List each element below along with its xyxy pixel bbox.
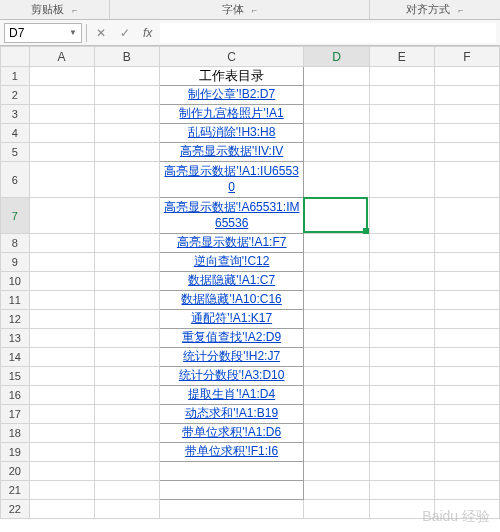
row-header[interactable]: 10 [1,272,30,291]
hyperlink-cell[interactable]: 统计分数段'!H2:J7 [159,348,304,367]
cell[interactable] [159,462,304,481]
cell[interactable] [94,67,159,86]
row-header[interactable]: 6 [1,162,30,198]
hyperlink-cell[interactable]: 高亮显示数据'!IV:IV [159,143,304,162]
cell[interactable] [369,462,434,481]
cell[interactable] [369,329,434,348]
row-header[interactable]: 15 [1,367,30,386]
cell[interactable] [29,424,94,443]
cell[interactable] [94,291,159,310]
hyperlink-cell[interactable]: 制作公章'!B2:D7 [159,86,304,105]
cell[interactable] [369,481,434,500]
row-header[interactable]: 18 [1,424,30,443]
cell[interactable] [434,424,499,443]
cell[interactable] [304,291,369,310]
cell[interactable] [434,253,499,272]
cell[interactable] [369,86,434,105]
cell[interactable] [304,329,369,348]
hyperlink-cell[interactable]: 数据隐藏'!A10:C16 [159,291,304,310]
hyperlink-cell[interactable]: 逆向查询'!C12 [159,253,304,272]
cell[interactable] [159,481,304,500]
cell[interactable] [29,272,94,291]
chevron-down-icon[interactable]: ▼ [69,28,77,37]
cell[interactable] [369,198,434,234]
cell[interactable] [304,86,369,105]
cell[interactable] [304,234,369,253]
cell[interactable] [304,143,369,162]
row-header[interactable]: 17 [1,405,30,424]
cell[interactable] [434,462,499,481]
row-header[interactable]: 7 [1,198,30,234]
row-header[interactable]: 16 [1,386,30,405]
cell[interactable] [94,348,159,367]
row-header[interactable]: 3 [1,105,30,124]
cell[interactable] [29,310,94,329]
cell[interactable] [94,124,159,143]
cell[interactable] [369,500,434,519]
cell[interactable] [369,234,434,253]
cell[interactable] [434,386,499,405]
row-header[interactable]: 22 [1,500,30,519]
hyperlink-cell[interactable]: 提取生肖'!A1:D4 [159,386,304,405]
cell[interactable] [29,253,94,272]
cell[interactable] [94,105,159,124]
hyperlink-cell[interactable]: 带单位求积'!A1:D6 [159,424,304,443]
cell[interactable] [304,162,369,198]
cell[interactable] [434,86,499,105]
cell[interactable] [434,291,499,310]
cell[interactable] [29,291,94,310]
cancel-button[interactable]: ✕ [91,23,111,43]
cell[interactable] [434,310,499,329]
cell[interactable] [304,405,369,424]
cell[interactable] [369,67,434,86]
col-header[interactable]: D [304,47,369,67]
cell[interactable] [434,105,499,124]
cell[interactable] [304,348,369,367]
cell[interactable] [434,143,499,162]
cell[interactable] [434,67,499,86]
cell[interactable] [434,500,499,519]
cell[interactable] [29,500,94,519]
cell[interactable] [369,143,434,162]
cell[interactable] [304,67,369,86]
cell[interactable] [94,143,159,162]
ribbon-group-font[interactable]: 字体 ⌐ [110,0,370,19]
cell[interactable] [29,67,94,86]
cell[interactable] [434,234,499,253]
row-header[interactable]: 12 [1,310,30,329]
cell[interactable] [304,253,369,272]
cell[interactable] [94,310,159,329]
cell[interactable] [29,462,94,481]
cell[interactable] [29,105,94,124]
cell[interactable] [94,198,159,234]
row-header[interactable]: 8 [1,234,30,253]
cell[interactable] [94,462,159,481]
cell[interactable] [434,124,499,143]
grid[interactable]: A B C D E F 1工作表目录2制作公章'!B2:D73制作九宫格照片'!… [0,46,500,519]
cell[interactable] [434,272,499,291]
cell[interactable] [94,424,159,443]
cell[interactable] [94,481,159,500]
cell[interactable] [304,310,369,329]
cell[interactable] [94,234,159,253]
row-header[interactable]: 9 [1,253,30,272]
cell[interactable] [94,253,159,272]
cell[interactable] [29,86,94,105]
row-header[interactable]: 19 [1,443,30,462]
cell[interactable] [369,105,434,124]
dialog-launcher-icon[interactable]: ⌐ [458,5,463,15]
col-header[interactable]: A [29,47,94,67]
col-header[interactable]: F [434,47,499,67]
cell[interactable] [29,443,94,462]
row-header[interactable]: 2 [1,86,30,105]
ribbon-group-clipboard[interactable]: 剪贴板 ⌐ [0,0,110,19]
hyperlink-cell[interactable]: 高亮显示数据'!A65531:IM65536 [159,198,304,234]
cell[interactable] [434,405,499,424]
cell[interactable] [304,198,369,234]
hyperlink-cell[interactable]: 重复值查找'!A2:D9 [159,329,304,348]
cell[interactable] [94,86,159,105]
cell[interactable] [369,443,434,462]
cell[interactable] [304,481,369,500]
cell[interactable] [29,234,94,253]
cell[interactable] [29,386,94,405]
